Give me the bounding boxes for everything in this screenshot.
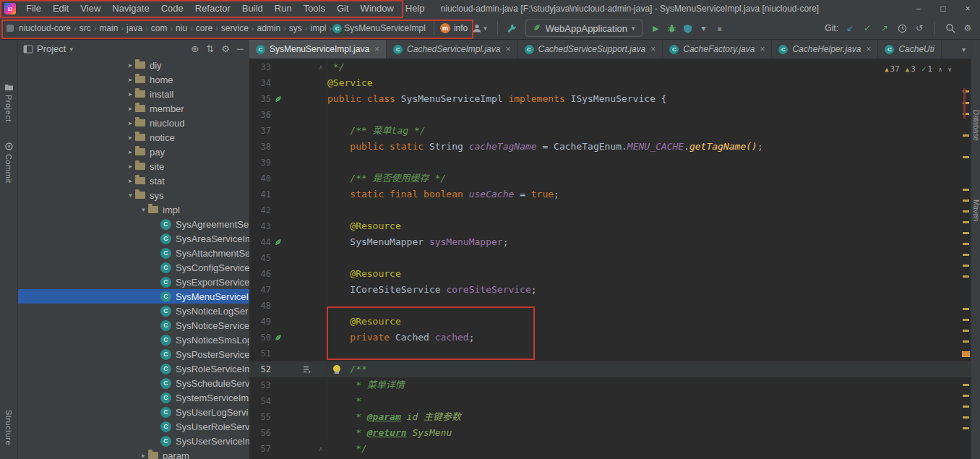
warnings-count[interactable]: ▲37	[885, 64, 900, 74]
stripe-warning-mark[interactable]	[963, 189, 969, 191]
line-number[interactable]: 51	[249, 348, 271, 359]
line-number[interactable]: 37	[249, 126, 271, 136]
close-icon[interactable]: ×	[374, 44, 379, 54]
code-line-55[interactable]: 55 * @param id 主键参数	[249, 409, 971, 425]
stripe-warning-mark[interactable]	[963, 416, 969, 419]
tree-item-SysNoticeLogSer[interactable]: CSysNoticeLogSer	[17, 304, 249, 318]
breadcrumb-item[interactable]: sys	[287, 23, 304, 33]
chevron-right-icon[interactable]: ▸	[126, 90, 135, 98]
chevron-down-icon[interactable]: ▾	[139, 206, 148, 213]
code-line-52[interactable]: 52 /**	[249, 361, 971, 377]
code-line-57[interactable]: 57∧ */	[249, 441, 971, 457]
line-number[interactable]: 42	[249, 205, 271, 215]
tab-SysMenuServiceImpl.java[interactable]: CSysMenuServiceImpl.java×	[249, 40, 387, 59]
more-run-actions-icon[interactable]: ▾	[696, 20, 712, 36]
spring-bean-icon[interactable]	[271, 238, 285, 246]
line-number[interactable]: 40	[249, 173, 271, 184]
menu-refactor[interactable]: Refactor	[189, 0, 236, 17]
line-number[interactable]: 54	[249, 396, 271, 406]
stripe-warning-mark[interactable]	[963, 232, 969, 234]
chevron-right-icon[interactable]: ▸	[126, 61, 135, 69]
line-number[interactable]: 39	[249, 158, 271, 168]
maximize-button[interactable]: □	[931, 0, 955, 17]
line-number[interactable]: 48	[249, 301, 271, 311]
line-number[interactable]: 49	[249, 317, 271, 327]
line-number[interactable]: 41	[249, 189, 271, 200]
close-icon[interactable]: ×	[650, 44, 656, 54]
code-line-51[interactable]: 51	[249, 346, 971, 361]
scrollbar-thumb[interactable]	[963, 88, 966, 119]
code-text[interactable]: /** 菜单tag */	[327, 123, 971, 139]
spring-bean-icon[interactable]	[271, 95, 285, 103]
chevron-right-icon[interactable]: ▸	[126, 134, 135, 141]
stripe-warning-mark[interactable]	[963, 406, 969, 408]
passed-count[interactable]: ✓1	[921, 64, 932, 74]
tool-button-database[interactable]: Database	[971, 110, 980, 141]
wrench-icon[interactable]	[504, 20, 520, 36]
breadcrumb-item[interactable]: service	[219, 23, 251, 33]
chevron-down-icon[interactable]: ▾	[69, 46, 73, 53]
code-line-36[interactable]: 36	[249, 107, 971, 123]
line-number[interactable]: 33	[249, 62, 271, 72]
stripe-warning-mark[interactable]	[963, 254, 969, 256]
close-icon[interactable]: ×	[760, 44, 765, 54]
stop-button[interactable]: ■	[712, 20, 728, 36]
fold-marker-icon[interactable]: ∧	[315, 64, 327, 71]
code-text[interactable]: @Service	[327, 75, 971, 91]
stripe-warning-mark[interactable]	[963, 395, 969, 397]
menu-tools[interactable]: Tools	[298, 0, 331, 17]
code-line-49[interactable]: 49 @Resource	[249, 314, 971, 330]
stripe-warning-mark[interactable]	[963, 384, 969, 386]
stripe-warning-mark[interactable]	[963, 210, 969, 213]
tree-item-SysAgreementSe[interactable]: CSysAgreementSe	[17, 217, 249, 231]
locate-icon[interactable]: ⊕	[191, 43, 199, 54]
code-line-40[interactable]: 40 /** 是否使用缓存 */	[249, 171, 971, 186]
breadcrumb-item[interactable]: core	[194, 23, 215, 33]
stripe-warning-mark[interactable]	[963, 427, 969, 429]
code-line-44[interactable]: 44 SysMenuMapper sysMenuMapper;	[249, 234, 971, 250]
tree-item-sys[interactable]: ▾sys	[17, 188, 249, 202]
stripe-warning-mark[interactable]	[963, 200, 969, 202]
breadcrumb-item[interactable]: niucloud-core	[17, 23, 73, 33]
close-button[interactable]: ×	[955, 0, 980, 17]
next-problem-icon[interactable]: ∨	[948, 66, 952, 73]
menu-code[interactable]: Code	[155, 0, 189, 17]
stripe-warning-mark[interactable]	[963, 340, 969, 343]
menu-edit[interactable]: Edit	[47, 0, 74, 17]
tool-button-maven[interactable]: Maven	[971, 200, 980, 221]
tree-item-home[interactable]: ▸home	[17, 72, 249, 87]
code-text[interactable]: @Resource	[327, 314, 971, 330]
prev-problem-icon[interactable]: ∧	[938, 66, 942, 73]
chevron-right-icon[interactable]: ▸	[126, 76, 135, 83]
code-line-53[interactable]: 53 * 菜单详情	[249, 377, 971, 393]
hide-icon[interactable]: ─	[237, 43, 244, 54]
chevron-right-icon[interactable]: ▸	[126, 119, 135, 126]
menu-navigate[interactable]: Navigate	[106, 0, 155, 17]
code-line-42[interactable]: 42	[249, 202, 971, 218]
tree-item-SysPosterService[interactable]: CSysPosterService	[17, 347, 249, 361]
line-number[interactable]: 53	[249, 380, 271, 390]
code-text[interactable]: SysMenuMapper sysMenuMapper;	[327, 234, 971, 250]
tree-item-SysUserLogServi[interactable]: CSysUserLogServi	[17, 405, 249, 419]
tree-item-install[interactable]: ▸install	[17, 87, 249, 101]
code-line-41[interactable]: 41 static final boolean useCache = true;	[249, 186, 971, 202]
tab-CacheUti[interactable]: CCacheUti	[878, 40, 941, 59]
code-text[interactable]	[327, 298, 971, 314]
stripe-hotspot-mark[interactable]	[962, 351, 970, 357]
code-text[interactable]	[327, 346, 971, 361]
code-line-37[interactable]: 37 /** 菜单tag */	[249, 123, 971, 139]
line-number[interactable]: 34	[249, 78, 271, 88]
breadcrumb-item[interactable]: SysMenuServiceImpl	[342, 23, 428, 33]
minimize-button[interactable]: –	[906, 0, 931, 17]
code-line-33[interactable]: 33∧ */	[249, 59, 971, 75]
stripe-warning-mark[interactable]	[963, 275, 969, 278]
line-number[interactable]: 43	[249, 221, 271, 231]
run-config-selector[interactable]: WebAppApplication ▾	[525, 20, 642, 37]
tree-item-SysExportService[interactable]: CSysExportService	[17, 275, 249, 289]
code-line-38[interactable]: 38 public static String cacheTagName = C…	[249, 139, 971, 155]
inspections-widget[interactable]: ▲37 ▲3 ✓1 ∧ ∨	[881, 63, 955, 75]
line-number[interactable]: 46	[249, 269, 271, 279]
menu-window[interactable]: Window	[355, 0, 400, 17]
search-icon[interactable]	[942, 20, 958, 36]
close-icon[interactable]: ×	[866, 44, 871, 54]
